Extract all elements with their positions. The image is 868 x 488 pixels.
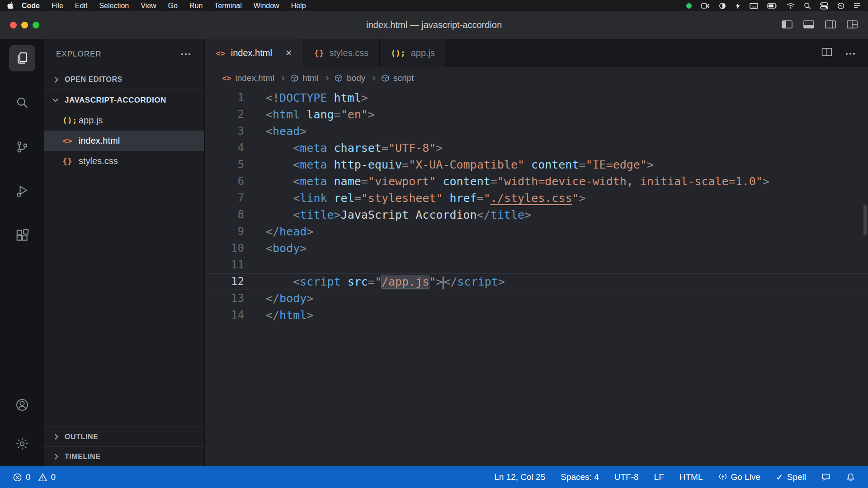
- line-code: <meta charset="UTF-8">: [266, 140, 443, 156]
- wifi-icon[interactable]: [787, 3, 795, 9]
- more-actions-icon[interactable]: [845, 49, 855, 57]
- account-icon[interactable]: [9, 392, 35, 418]
- warning-count: 0: [51, 472, 56, 482]
- search-activity-icon[interactable]: [9, 89, 35, 116]
- line-number: 7: [205, 190, 266, 206]
- menu-file[interactable]: File: [46, 2, 69, 10]
- code-line-12[interactable]: 12 <script src="/app.js"></script>: [205, 273, 868, 290]
- menu-window[interactable]: Window: [248, 2, 285, 10]
- breadcrumbs: <> index.html html body script: [205, 67, 868, 89]
- file-item-appjs[interactable]: (); app.js: [44, 110, 204, 131]
- file-name: styles.css: [79, 156, 118, 166]
- code-line-3[interactable]: 3<head>: [205, 123, 868, 140]
- camera-icon[interactable]: [701, 3, 710, 9]
- vscode-window: CodeFileEditSelectionViewGoRunTerminalWi…: [0, 0, 868, 488]
- line-number: 6: [205, 173, 266, 190]
- extensions-activity-icon[interactable]: [9, 222, 35, 249]
- siri-icon[interactable]: [837, 2, 844, 9]
- menu-help[interactable]: Help: [285, 2, 312, 10]
- code-line-10[interactable]: 10<body>: [205, 240, 868, 257]
- toggle-sidebar-icon[interactable]: [781, 19, 793, 32]
- do-not-disturb-icon[interactable]: [719, 2, 726, 9]
- open-editors-section[interactable]: OPEN EDITORS: [44, 70, 204, 89]
- tab-appjs[interactable]: (); app.js: [380, 39, 446, 67]
- window-controls: [10, 22, 39, 28]
- menu-terminal[interactable]: Terminal: [208, 2, 247, 10]
- minimize-window-button[interactable]: [21, 22, 28, 28]
- toggle-secondary-sidebar-icon[interactable]: [825, 19, 836, 32]
- file-item-indexhtml[interactable]: <> index.html: [44, 131, 204, 151]
- language-mode[interactable]: HTML: [679, 472, 703, 482]
- menu-view[interactable]: View: [135, 2, 162, 10]
- code-line-4[interactable]: 4 <meta charset="UTF-8">: [205, 140, 868, 156]
- screen-recording-icon[interactable]: [686, 3, 692, 9]
- code-line-8[interactable]: 8 <title>JavaScript Accordion</title>: [205, 206, 868, 223]
- explorer-more-actions-icon[interactable]: [181, 53, 191, 56]
- line-number: 8: [205, 206, 266, 223]
- js-file-icon: ();: [391, 48, 406, 58]
- cursor-position[interactable]: Ln 12, Col 25: [494, 472, 545, 482]
- editor-area: <> index.html × {} styles.css (); app.js: [205, 39, 868, 466]
- toggle-panel-icon[interactable]: [803, 19, 815, 32]
- code-line-1[interactable]: 1<!DOCTYPE html>: [205, 89, 868, 106]
- timeline-section[interactable]: TIMELINE: [44, 446, 204, 466]
- keyboard-icon[interactable]: [750, 3, 758, 9]
- breadcrumb-html[interactable]: html: [290, 73, 319, 83]
- settings-gear-icon[interactable]: [9, 431, 35, 457]
- symbol-element-icon: [290, 74, 298, 82]
- notifications-bell-icon[interactable]: [846, 473, 855, 482]
- code-line-7[interactable]: 7 <link rel="stylesheet" href="./styles.…: [205, 190, 868, 206]
- breadcrumb-label: html: [302, 73, 319, 83]
- code-line-9[interactable]: 9</head>: [205, 223, 868, 240]
- feedback-icon[interactable]: [821, 473, 830, 482]
- code-line-2[interactable]: 2<html lang="en">: [205, 106, 868, 123]
- spell-checker[interactable]: ✓ Spell: [776, 472, 806, 483]
- problems-indicator[interactable]: 0 0: [13, 472, 59, 482]
- breadcrumb-file[interactable]: <> index.html: [222, 73, 274, 83]
- apple-menu-icon[interactable]: [7, 2, 14, 9]
- encoding-setting[interactable]: UTF-8: [614, 472, 639, 482]
- battery-icon[interactable]: [767, 3, 778, 9]
- menu-edit[interactable]: Edit: [69, 2, 94, 10]
- breadcrumb-label: body: [347, 73, 365, 83]
- symbol-element-icon: [381, 74, 389, 82]
- code-line-11[interactable]: 11: [205, 257, 868, 273]
- code-line-13[interactable]: 13</body>: [205, 290, 868, 307]
- breadcrumb-body[interactable]: body: [335, 73, 365, 83]
- editor-scrollbar-thumb[interactable]: [863, 205, 867, 235]
- chevron-right-icon: [52, 77, 58, 83]
- outline-label: OUTLINE: [65, 433, 98, 441]
- explorer-activity-icon[interactable]: [9, 45, 35, 71]
- window-titlebar[interactable]: index.html — javascript-accordion: [0, 11, 868, 39]
- eol-setting[interactable]: LF: [654, 472, 664, 482]
- outline-section[interactable]: OUTLINE: [44, 427, 204, 446]
- go-live-button[interactable]: Go Live: [718, 472, 760, 482]
- menu-code[interactable]: Code: [16, 2, 46, 10]
- customize-layout-icon[interactable]: [846, 19, 858, 32]
- menu-go[interactable]: Go: [162, 2, 184, 10]
- zoom-window-button[interactable]: [33, 22, 39, 28]
- close-tab-icon[interactable]: ×: [286, 47, 292, 58]
- spotlight-icon[interactable]: [804, 2, 811, 9]
- run-debug-activity-icon[interactable]: [9, 178, 35, 204]
- project-folder-header[interactable]: JAVASCRIPT-ACCORDION: [44, 89, 204, 110]
- tab-stylescss[interactable]: {} styles.css: [303, 39, 380, 67]
- menu-run[interactable]: Run: [184, 2, 208, 10]
- code-line-6[interactable]: 6 <meta name="viewport" content="width=d…: [205, 173, 868, 190]
- code-line-5[interactable]: 5 <meta http-equiv="X-UA-Compatible" con…: [205, 156, 868, 173]
- code-editor[interactable]: 1<!DOCTYPE html>2<html lang="en">3<head>…: [205, 89, 868, 466]
- bolt-icon[interactable]: [735, 2, 741, 9]
- breadcrumb-script[interactable]: script: [381, 73, 414, 83]
- code-line-14[interactable]: 14</html>: [205, 307, 868, 324]
- menu-list-icon[interactable]: [854, 3, 861, 9]
- file-item-stylescss[interactable]: {} styles.css: [44, 151, 204, 171]
- source-control-activity-icon[interactable]: [9, 134, 35, 160]
- symbol-element-icon: [335, 74, 343, 82]
- split-editor-icon[interactable]: [821, 47, 833, 59]
- tab-indexhtml[interactable]: <> index.html ×: [205, 39, 303, 67]
- indentation-setting[interactable]: Spaces: 4: [561, 472, 599, 482]
- control-center-icon[interactable]: [820, 2, 828, 9]
- close-window-button[interactable]: [10, 22, 17, 28]
- breadcrumb-label: index.html: [235, 73, 274, 83]
- menu-selection[interactable]: Selection: [93, 2, 135, 10]
